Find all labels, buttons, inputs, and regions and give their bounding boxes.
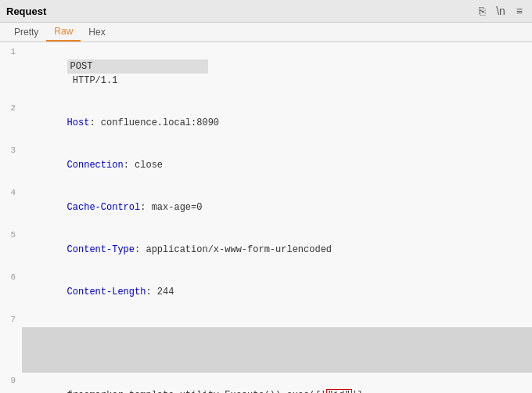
tab-hex-request[interactable]: Hex <box>81 23 113 41</box>
copy-button[interactable]: ⎘ <box>476 3 488 19</box>
request-title: Request <box>6 5 46 17</box>
code-line-3: 3 Connection: close <box>0 144 532 186</box>
request-header: Request ⎘ \n ≡ <box>0 0 532 23</box>
code-line-5: 5 Content-Type: application/x-www-form-u… <box>0 229 532 271</box>
code-line-7: 7 <box>0 313 532 327</box>
code-line-1: 1 POST HTTP/1.1 <box>0 45 532 102</box>
tab-raw-request[interactable]: Raw <box>46 23 81 41</box>
wrap-button[interactable]: \n <box>493 3 509 19</box>
post-url-input[interactable]: POST <box>67 59 208 74</box>
request-section: Request ⎘ \n ≡ Pretty Raw Hex 1 POST HTT… <box>0 0 532 393</box>
empty-code-area <box>22 327 532 373</box>
request-header-actions: ⎘ \n ≡ <box>476 3 526 19</box>
code-line-6: 6 Content-Length: 244 <box>0 271 532 313</box>
code-line-2: 2 Host: confluence.local:8090 <box>0 102 532 144</box>
id-highlight: "id" <box>326 389 352 393</box>
code-line-4: 4 Cache-Control: max-age=0 <box>0 186 532 229</box>
menu-button[interactable]: ≡ <box>513 3 526 19</box>
tab-pretty-request[interactable]: Pretty <box>6 23 46 41</box>
request-tab-bar: Pretty Raw Hex <box>0 23 532 42</box>
request-code-area: 1 POST HTTP/1.1 2 Host: confluence.local… <box>0 42 532 393</box>
code-line-9: 9 freemarker.template.utility.Execute())… <box>0 374 532 393</box>
